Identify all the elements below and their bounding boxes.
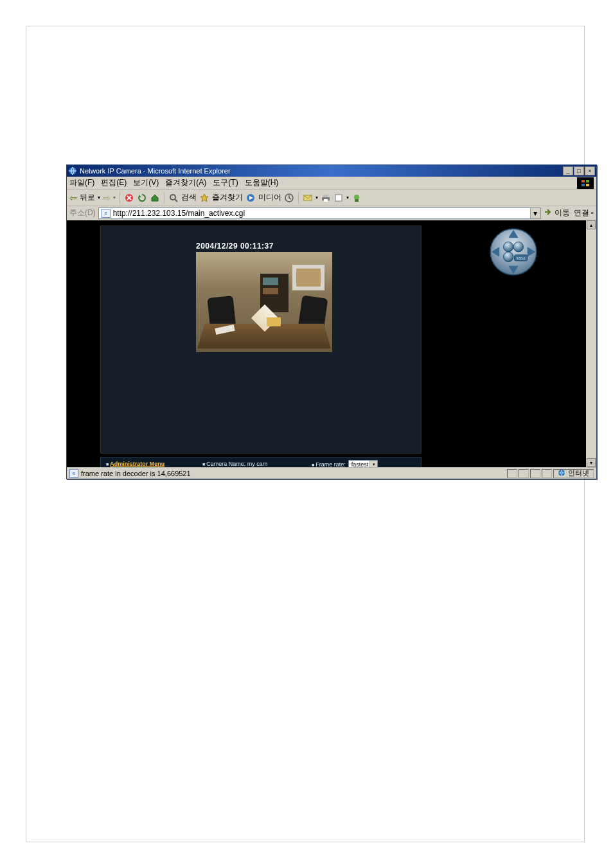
svg-rect-4 bbox=[582, 184, 585, 186]
svg-point-19 bbox=[513, 242, 524, 252]
statusbar: e frame rate in decoder is 14,669521 인터넷 bbox=[67, 467, 596, 479]
window-title: Network IP Camera - Microsoft Internet E… bbox=[80, 167, 231, 175]
titlebar: Network IP Camera - Microsoft Internet E… bbox=[67, 165, 596, 177]
framerate-row: Frame rate: fastest ▾ bbox=[312, 460, 416, 467]
messenger-icon[interactable] bbox=[351, 193, 362, 203]
address-input[interactable]: e http://211.232.103.15/main_activex.cgi… bbox=[98, 208, 541, 219]
video-timestamp: 2004/12/29 00:11:37 bbox=[196, 242, 274, 251]
chevron-down-icon: ▾ bbox=[369, 461, 377, 467]
edit-icon[interactable] bbox=[333, 193, 344, 203]
menu-edit[interactable]: 편집(E) bbox=[101, 177, 127, 188]
vertical-scrollbar[interactable]: ▴ ▾ bbox=[586, 220, 596, 467]
brand-logo bbox=[577, 177, 594, 189]
status-zone: 인터넷 bbox=[553, 469, 594, 478]
ptz-label: fit50x1 bbox=[517, 257, 526, 260]
address-url: http://211.232.103.15/main_activex.cgi bbox=[113, 209, 245, 218]
mail-icon[interactable] bbox=[303, 193, 313, 203]
menu-tools[interactable]: 도구(T) bbox=[213, 177, 238, 188]
internet-zone-icon bbox=[558, 469, 565, 478]
status-cell bbox=[519, 469, 529, 478]
framerate-label: Frame rate: bbox=[312, 461, 346, 468]
svg-rect-5 bbox=[586, 184, 589, 186]
mail-dropdown-icon[interactable]: ▾ bbox=[315, 195, 318, 200]
page-icon: e bbox=[102, 209, 111, 218]
chevron-right-icon: » bbox=[591, 210, 594, 216]
menu-favorites[interactable]: 즐겨찾기(A) bbox=[165, 177, 206, 188]
svg-rect-16 bbox=[355, 199, 359, 202]
history-icon[interactable] bbox=[284, 193, 294, 203]
status-page-icon: e bbox=[69, 469, 78, 478]
go-button[interactable]: 이동 bbox=[544, 208, 570, 218]
search-icon[interactable] bbox=[168, 193, 179, 203]
video-block: 2004/12/29 00:11:37 bbox=[100, 226, 422, 454]
svg-point-15 bbox=[354, 195, 359, 200]
edit-dropdown-icon[interactable]: ▾ bbox=[346, 195, 349, 200]
svg-rect-3 bbox=[586, 180, 589, 182]
camera-name-row: Camera Name: my cam bbox=[202, 460, 301, 467]
admin-menu-link[interactable]: Administrator Menu bbox=[110, 461, 164, 467]
menu-view[interactable]: 보기(V) bbox=[133, 177, 159, 188]
status-text: frame rate in decoder is 14,669521 bbox=[81, 470, 191, 477]
media-icon[interactable] bbox=[245, 193, 256, 203]
minimize-button[interactable]: _ bbox=[563, 166, 573, 175]
svg-point-18 bbox=[503, 242, 513, 252]
menubar: 파일(F) 편집(E) 보기(V) 즐겨찾기(A) 도구(T) 도움말(H) bbox=[67, 177, 596, 190]
back-icon[interactable]: ⇦ bbox=[69, 193, 77, 203]
media-label[interactable]: 미디어 bbox=[258, 192, 281, 203]
back-label[interactable]: 뒤로 bbox=[80, 192, 95, 203]
ptz-control[interactable]: fit50x1 bbox=[488, 227, 538, 277]
svg-rect-13 bbox=[324, 199, 328, 202]
svg-rect-11 bbox=[323, 195, 328, 197]
addressbar: 주소(D) e http://211.232.103.15/main_activ… bbox=[67, 206, 596, 220]
go-icon bbox=[544, 208, 553, 218]
status-zone-label: 인터넷 bbox=[568, 468, 589, 478]
status-cell bbox=[530, 469, 540, 478]
links-label: 연결 bbox=[574, 208, 589, 218]
svg-rect-2 bbox=[582, 180, 585, 182]
menu-file[interactable]: 파일(F) bbox=[69, 177, 94, 188]
camera-feed bbox=[196, 252, 332, 352]
home-icon[interactable] bbox=[150, 193, 160, 203]
links-button[interactable]: 연결 » bbox=[574, 208, 594, 218]
ie-icon bbox=[68, 166, 77, 175]
svg-point-20 bbox=[503, 252, 513, 262]
svg-point-7 bbox=[170, 195, 175, 200]
menu-help[interactable]: 도움말(H) bbox=[245, 177, 279, 188]
info-panel: Administrator Menu Install XviD Camera N… bbox=[100, 457, 422, 467]
close-button[interactable]: × bbox=[585, 166, 595, 175]
forward-dropdown-icon[interactable]: ▾ bbox=[113, 195, 116, 200]
print-icon[interactable] bbox=[321, 193, 331, 203]
status-cell bbox=[507, 469, 517, 478]
address-dropdown-icon[interactable]: ▾ bbox=[530, 208, 540, 218]
go-label: 이동 bbox=[555, 208, 570, 218]
framerate-select[interactable]: fastest ▾ bbox=[348, 460, 378, 467]
scroll-down-icon[interactable]: ▾ bbox=[587, 458, 596, 467]
refresh-icon[interactable] bbox=[137, 193, 147, 203]
search-label[interactable]: 검색 bbox=[181, 192, 197, 203]
toolbar: ⇦ 뒤로 ▾ ⇨ ▾ 검색 즐겨찾기 bbox=[67, 190, 596, 206]
scroll-up-icon[interactable]: ▴ bbox=[587, 220, 596, 229]
stop-icon[interactable] bbox=[124, 193, 134, 203]
back-dropdown-icon[interactable]: ▾ bbox=[98, 195, 100, 200]
browser-window: Network IP Camera - Microsoft Internet E… bbox=[66, 164, 597, 479]
favorites-icon[interactable] bbox=[199, 193, 209, 203]
svg-rect-1 bbox=[580, 179, 591, 188]
maximize-button[interactable]: □ bbox=[574, 166, 584, 175]
page-content: 2004/12/29 00:11:37 bbox=[67, 220, 596, 467]
svg-rect-14 bbox=[335, 195, 342, 201]
forward-icon[interactable]: ⇨ bbox=[103, 193, 111, 203]
address-label: 주소(D) bbox=[69, 208, 96, 218]
favorites-label[interactable]: 즐겨찾기 bbox=[212, 192, 243, 203]
status-cell bbox=[542, 469, 552, 478]
